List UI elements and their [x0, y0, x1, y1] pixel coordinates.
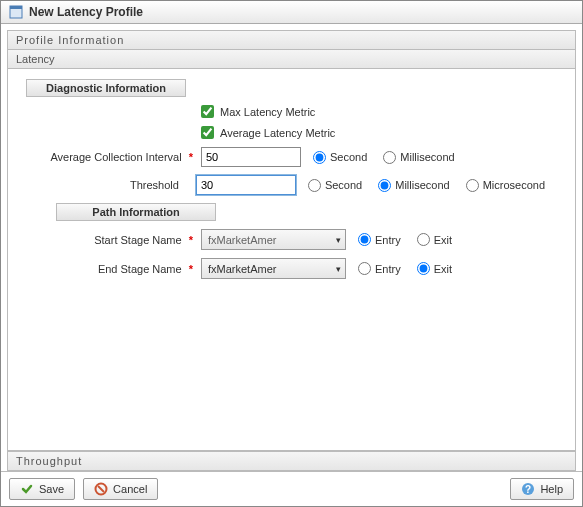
required-marker: * — [189, 234, 193, 246]
svg-text:?: ? — [525, 484, 531, 495]
section-profile-information[interactable]: Profile Information — [7, 30, 576, 50]
threshold-millisecond-label: Millisecond — [395, 179, 449, 191]
max-latency-label: Max Latency Metric — [220, 106, 315, 118]
group-path-info: Path Information — [56, 203, 216, 221]
section-latency[interactable]: Latency — [7, 50, 576, 69]
avg-latency-label: Average Latency Metric — [220, 127, 335, 139]
content-area: Profile Information Latency Diagnostic I… — [1, 24, 582, 471]
check-icon — [20, 482, 34, 496]
threshold-millisecond-radio[interactable] — [378, 179, 391, 192]
start-stage-select[interactable]: fxMarketAmer ▾ — [201, 229, 346, 250]
help-button-label: Help — [540, 483, 563, 495]
threshold-label: Threshold — [130, 179, 179, 191]
cancel-button-label: Cancel — [113, 483, 147, 495]
chevron-down-icon: ▾ — [336, 264, 341, 274]
end-stage-value: fxMarketAmer — [208, 263, 276, 275]
titlebar: New Latency Profile — [1, 1, 582, 24]
end-exit-radio[interactable] — [417, 262, 430, 275]
threshold-microsecond-radio[interactable] — [466, 179, 479, 192]
cancel-button[interactable]: Cancel — [83, 478, 158, 500]
end-entry-radio[interactable] — [358, 262, 371, 275]
threshold-second-radio[interactable] — [308, 179, 321, 192]
interval-second-label: Second — [330, 151, 367, 163]
start-exit-label: Exit — [434, 234, 452, 246]
interval-millisecond-radio[interactable] — [383, 151, 396, 164]
section-throughput[interactable]: Throughput — [7, 451, 576, 471]
start-stage-label: Start Stage Name — [94, 234, 181, 246]
window-icon — [9, 5, 23, 19]
chevron-down-icon: ▾ — [336, 235, 341, 245]
threshold-microsecond-label: Microsecond — [483, 179, 545, 191]
group-diagnostic-info: Diagnostic Information — [26, 79, 186, 97]
start-exit-radio[interactable] — [417, 233, 430, 246]
avg-latency-checkbox[interactable] — [201, 126, 214, 139]
window-title: New Latency Profile — [29, 5, 143, 19]
required-marker: * — [189, 263, 193, 275]
end-stage-select[interactable]: fxMarketAmer ▾ — [201, 258, 346, 279]
save-button-label: Save — [39, 483, 64, 495]
end-exit-label: Exit — [434, 263, 452, 275]
start-entry-radio[interactable] — [358, 233, 371, 246]
save-button[interactable]: Save — [9, 478, 75, 500]
avg-interval-input[interactable] — [201, 147, 301, 167]
threshold-input[interactable] — [196, 175, 296, 195]
end-entry-label: Entry — [375, 263, 401, 275]
dialog-window: New Latency Profile Profile Information … — [0, 0, 583, 507]
start-entry-label: Entry — [375, 234, 401, 246]
threshold-second-label: Second — [325, 179, 362, 191]
help-button[interactable]: ? Help — [510, 478, 574, 500]
avg-interval-label: Average Collection Interval — [50, 151, 181, 163]
cancel-icon — [94, 482, 108, 496]
interval-millisecond-label: Millisecond — [400, 151, 454, 163]
start-stage-value: fxMarketAmer — [208, 234, 276, 246]
interval-second-radio[interactable] — [313, 151, 326, 164]
required-marker: * — [189, 151, 193, 163]
footer-bar: Save Cancel ? Help — [1, 471, 582, 506]
latency-panel: Diagnostic Information Max Latency Metri… — [7, 69, 576, 451]
svg-rect-1 — [10, 6, 22, 9]
svg-line-3 — [98, 486, 104, 492]
max-latency-checkbox[interactable] — [201, 105, 214, 118]
end-stage-label: End Stage Name — [98, 263, 182, 275]
help-icon: ? — [521, 482, 535, 496]
